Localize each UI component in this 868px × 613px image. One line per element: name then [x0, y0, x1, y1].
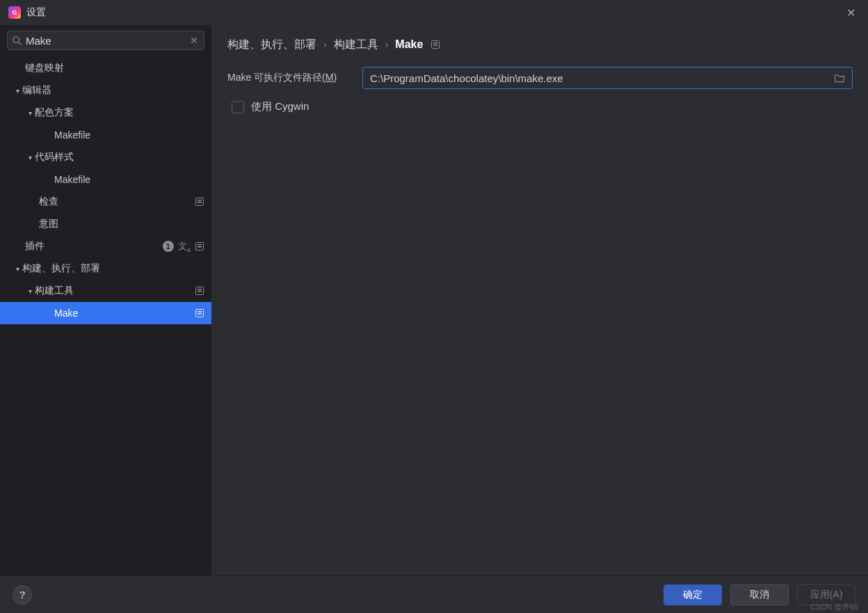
sidebar-item-label: 意图 — [39, 218, 204, 230]
chevron-down-icon: ▾ — [13, 265, 22, 273]
sidebar-item-label: 插件 — [25, 240, 163, 253]
breadcrumb-current: Make — [395, 38, 423, 51]
project-scope-icon — [195, 308, 204, 318]
make-path-label: Make 可执行文件路径(M) — [227, 72, 362, 84]
sidebar-item-code-style-makefile[interactable]: Makefile — [0, 168, 211, 191]
make-path-field[interactable] — [362, 67, 853, 89]
titlebar: 设置 ✕ — [0, 0, 868, 25]
sidebar-item-label: 代码样式 — [35, 151, 204, 164]
sidebar-item-build[interactable]: ▾ 构建、执行、部署 — [0, 257, 211, 280]
close-icon[interactable]: ✕ — [841, 3, 861, 22]
chevron-down-icon: ▾ — [25, 287, 35, 295]
project-scope-icon — [195, 241, 204, 251]
breadcrumb-separator: › — [323, 39, 327, 50]
project-scope-icon — [430, 40, 441, 49]
svg-rect-12 — [198, 311, 202, 312]
chevron-down-icon: ▾ — [25, 154, 35, 161]
search-icon — [12, 35, 22, 45]
project-scope-icon — [195, 197, 204, 207]
make-path-row: Make 可执行文件路径(M) — [227, 67, 853, 89]
sidebar-item-label: 编辑器 — [22, 84, 204, 97]
svg-rect-15 — [433, 42, 437, 44]
svg-rect-6 — [198, 244, 202, 246]
browse-folder-icon[interactable] — [830, 72, 849, 84]
sidebar-item-color-scheme-makefile[interactable]: Makefile — [0, 124, 211, 146]
svg-line-1 — [19, 42, 22, 45]
update-count-badge: 1 — [163, 241, 174, 252]
sidebar-item-label: 构建工具 — [35, 285, 195, 297]
chevron-down-icon: ▾ — [13, 87, 22, 95]
use-cygwin-label: 使用 Cygwin — [251, 100, 309, 113]
window-title: 设置 — [26, 6, 46, 19]
language-icon: 文A — [178, 240, 191, 253]
content: ✕ 键盘映射 ▾ 编辑器 ▾ 配色方案 Makefile ▾ 代码样式 — [0, 25, 868, 575]
sidebar-item-label: Make — [54, 308, 195, 319]
svg-rect-4 — [198, 202, 202, 203]
svg-rect-10 — [198, 291, 202, 292]
sidebar: ✕ 键盘映射 ▾ 编辑器 ▾ 配色方案 Makefile ▾ 代码样式 — [0, 25, 212, 575]
sidebar-item-label: 构建、执行、部署 — [22, 262, 204, 275]
breadcrumb-separator: › — [385, 39, 389, 50]
sidebar-item-label: Makefile — [54, 174, 204, 185]
search-input[interactable] — [22, 35, 188, 47]
use-cygwin-row[interactable]: 使用 Cygwin — [227, 100, 853, 113]
breadcrumb-seg[interactable]: 构建工具 — [334, 38, 378, 52]
svg-point-0 — [13, 37, 19, 43]
use-cygwin-checkbox[interactable] — [232, 101, 244, 113]
sidebar-item-label: Makefile — [54, 129, 204, 141]
dialog-footer: ? 确定 取消 应用(A) — [0, 575, 868, 613]
svg-rect-13 — [198, 313, 202, 315]
clear-search-icon[interactable]: ✕ — [188, 35, 200, 46]
sidebar-item-inspections[interactable]: 检查 — [0, 191, 211, 213]
sidebar-item-label: 检查 — [39, 196, 195, 208]
sidebar-item-plugins[interactable]: 插件 1 文A — [0, 235, 211, 257]
sidebar-item-label: 键盘映射 — [25, 62, 204, 74]
sidebar-item-label: 配色方案 — [35, 106, 204, 119]
project-scope-icon — [195, 286, 204, 296]
cancel-button[interactable]: 取消 — [730, 584, 789, 605]
sidebar-item-intentions[interactable]: 意图 — [0, 213, 211, 235]
make-path-input[interactable] — [370, 72, 830, 84]
sidebar-item-build-tools[interactable]: ▾ 构建工具 — [0, 280, 211, 302]
sidebar-item-editor[interactable]: ▾ 编辑器 — [0, 79, 211, 102]
chevron-down-icon: ▾ — [25, 109, 35, 117]
search-box[interactable]: ✕ — [7, 31, 204, 50]
svg-rect-9 — [198, 289, 202, 290]
sidebar-item-keymap[interactable]: 键盘映射 — [0, 57, 211, 79]
settings-tree: 键盘映射 ▾ 编辑器 ▾ 配色方案 Makefile ▾ 代码样式 Makefi… — [0, 56, 211, 326]
ok-button[interactable]: 确定 — [664, 584, 722, 605]
app-icon — [8, 6, 21, 19]
svg-rect-3 — [198, 200, 202, 201]
apply-button[interactable]: 应用(A) — [797, 584, 855, 605]
help-button[interactable]: ? — [13, 585, 32, 605]
breadcrumb-seg[interactable]: 构建、执行、部署 — [227, 38, 316, 52]
sidebar-item-make[interactable]: Make — [0, 302, 211, 324]
breadcrumb: 构建、执行、部署 › 构建工具 › Make — [227, 25, 853, 64]
sidebar-item-code-style[interactable]: ▾ 代码样式 — [0, 146, 211, 168]
svg-rect-16 — [433, 45, 437, 46]
main-panel: 构建、执行、部署 › 构建工具 › Make Make 可执行文件路径(M) 使… — [212, 25, 868, 575]
sidebar-item-color-scheme[interactable]: ▾ 配色方案 — [0, 102, 211, 124]
svg-rect-7 — [198, 246, 202, 248]
